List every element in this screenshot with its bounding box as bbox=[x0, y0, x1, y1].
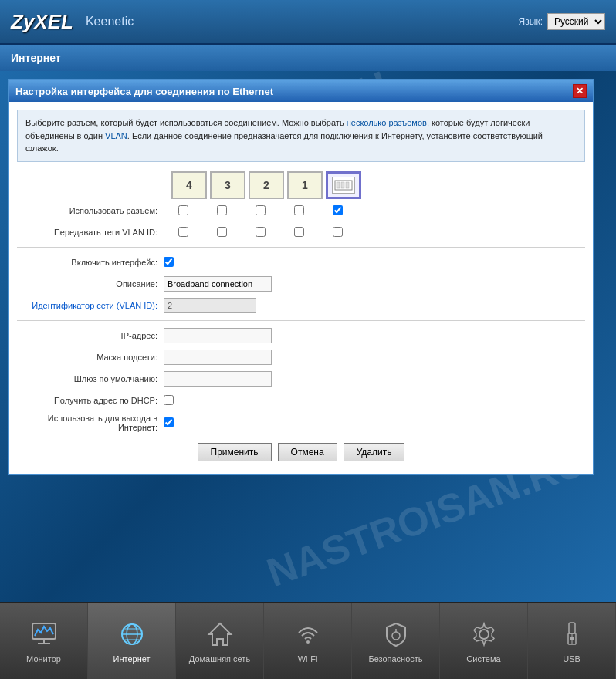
vlan-tag-3-cell bbox=[202, 227, 241, 237]
cancel-button[interactable]: Отмена bbox=[278, 443, 337, 461]
gear-icon bbox=[469, 619, 499, 650]
vlan-tag-1-cell bbox=[279, 227, 318, 237]
internet-label: Использовать для выхода в Интернет: bbox=[17, 414, 164, 432]
internet-checkbox[interactable] bbox=[164, 417, 174, 427]
button-row: Применить Отмена Удалить bbox=[17, 443, 585, 466]
port-diagram-row: 4 3 2 1 bbox=[17, 171, 585, 199]
port-4[interactable]: 4 bbox=[171, 171, 207, 199]
use-port-2-checkbox[interactable] bbox=[256, 205, 266, 215]
vlan-tag-4-checkbox[interactable] bbox=[178, 227, 188, 237]
page-title: Интернет bbox=[11, 52, 61, 64]
header: ZyXEL Keenetic Язык: Русский English bbox=[0, 0, 616, 45]
enable-iface-checkbox[interactable] bbox=[164, 257, 174, 267]
svg-rect-17 bbox=[569, 623, 575, 633]
vlan-tag-2-cell bbox=[241, 227, 279, 237]
logo-keenetic: Keenetic bbox=[86, 15, 134, 29]
use-port-label: Использовать разъем: bbox=[17, 206, 164, 215]
subnet-label: Маска подсети: bbox=[17, 353, 164, 362]
description-input[interactable] bbox=[164, 276, 272, 292]
description-row: Описание: bbox=[17, 275, 585, 292]
info-text: Выберите разъем, который будет использов… bbox=[25, 118, 543, 153]
vlan-tag-checkboxes bbox=[164, 227, 357, 237]
sidebar-item-usb[interactable]: USB bbox=[528, 603, 616, 679]
vlan-id-input[interactable] bbox=[164, 298, 256, 313]
home-icon bbox=[205, 619, 235, 650]
vlan-tag-1-checkbox[interactable] bbox=[294, 227, 304, 237]
use-port-row: Использовать разъем: bbox=[17, 202, 585, 219]
sub-header: Интернет bbox=[0, 45, 616, 71]
subnet-row: Маска подсети: bbox=[17, 349, 585, 366]
sidebar-item-system[interactable]: Система bbox=[440, 603, 528, 679]
home-net-label: Домашняя сеть bbox=[189, 654, 250, 664]
navbar: Монитор Интернет Домашняя сеть bbox=[0, 602, 616, 679]
use-port-1-checkbox[interactable] bbox=[294, 205, 304, 215]
gateway-input[interactable] bbox=[164, 371, 272, 387]
ip-label: IP-адрес: bbox=[17, 331, 164, 340]
apply-button[interactable]: Применить bbox=[198, 443, 272, 461]
gateway-label: Шлюз по умолчанию: bbox=[17, 374, 164, 383]
sidebar-item-internet[interactable]: Интернет bbox=[88, 603, 176, 679]
sidebar-item-home-net[interactable]: Домашняя сеть bbox=[176, 603, 264, 679]
vlan-tag-wan-checkbox[interactable] bbox=[333, 227, 343, 237]
use-port-4-cell bbox=[164, 205, 202, 215]
dhcp-row: Получить адрес по DHCP: bbox=[17, 392, 585, 409]
lang-label: Язык: bbox=[519, 16, 543, 27]
svg-rect-1 bbox=[337, 182, 340, 188]
port-3[interactable]: 3 bbox=[210, 171, 245, 199]
language-area: Язык: Русский English bbox=[519, 13, 605, 30]
svg-point-14 bbox=[392, 632, 400, 640]
enable-iface-row: Включить интерфейс: bbox=[17, 254, 585, 271]
svg-rect-3 bbox=[346, 182, 349, 188]
port-2[interactable]: 2 bbox=[249, 171, 284, 199]
use-port-4-checkbox[interactable] bbox=[178, 205, 188, 215]
internet-row: Использовать для выхода в Интернет: bbox=[17, 414, 585, 432]
use-port-1-cell bbox=[279, 205, 318, 215]
vlan-tag-label: Передавать теги VLAN ID: bbox=[17, 228, 164, 237]
monitor-label: Монитор bbox=[26, 654, 61, 664]
use-port-2-cell bbox=[241, 205, 279, 215]
vlan-tag-row: Передавать теги VLAN ID: bbox=[17, 224, 585, 241]
svg-rect-20 bbox=[570, 637, 574, 640]
port-1[interactable]: 1 bbox=[287, 171, 323, 199]
sidebar-item-monitor[interactable]: Монитор bbox=[0, 603, 88, 679]
globe-icon bbox=[117, 619, 147, 650]
divider-2 bbox=[17, 320, 585, 321]
delete-button[interactable]: Удалить bbox=[344, 443, 405, 461]
divider-1 bbox=[17, 247, 585, 248]
vlan-id-row: Идентификатор сети (VLAN ID): bbox=[17, 297, 585, 314]
subnet-input[interactable] bbox=[164, 350, 272, 365]
dhcp-label: Получить адрес по DHCP: bbox=[17, 396, 164, 405]
svg-point-16 bbox=[479, 630, 489, 639]
port-wan[interactable] bbox=[326, 171, 361, 199]
description-label: Описание: bbox=[17, 279, 164, 289]
use-port-wan-checkbox[interactable] bbox=[333, 205, 343, 215]
language-select[interactable]: Русский English bbox=[547, 13, 605, 30]
port-wan-inner bbox=[332, 177, 355, 194]
usb-label: USB bbox=[563, 654, 580, 664]
vlan-tag-3-checkbox[interactable] bbox=[217, 227, 227, 237]
ip-row: IP-адрес: bbox=[17, 327, 585, 344]
security-label: Безопасность bbox=[368, 654, 422, 664]
dialog-titlebar: Настройка интерфейса для соединения по E… bbox=[9, 80, 593, 102]
dialog-title: Настройка интерфейса для соединения по E… bbox=[15, 86, 273, 97]
monitor-icon bbox=[29, 619, 59, 650]
sidebar-item-security[interactable]: Безопасность bbox=[352, 603, 440, 679]
dhcp-checkbox[interactable] bbox=[164, 395, 174, 405]
ip-input[interactable] bbox=[164, 328, 272, 343]
vlan-tag-2-checkbox[interactable] bbox=[256, 227, 266, 237]
shield-icon bbox=[381, 619, 411, 650]
vlan-tag-wan-cell bbox=[318, 227, 357, 237]
usb-icon bbox=[557, 619, 587, 650]
svg-point-13 bbox=[306, 640, 310, 644]
gateway-row: Шлюз по умолчанию: bbox=[17, 370, 585, 387]
logo-zyxel: ZyXEL bbox=[11, 10, 73, 34]
use-port-3-checkbox[interactable] bbox=[217, 205, 227, 215]
dialog: Настройка интерфейса для соединения по E… bbox=[8, 79, 594, 475]
use-port-3-cell bbox=[202, 205, 241, 215]
svg-rect-2 bbox=[341, 182, 344, 188]
close-button[interactable]: ✕ bbox=[573, 84, 587, 98]
sidebar-item-wifi[interactable]: Wi-Fi bbox=[264, 603, 352, 679]
info-box: Выберите разъем, который будет использов… bbox=[17, 110, 585, 162]
wifi-icon bbox=[293, 619, 323, 650]
enable-iface-label: Включить интерфейс: bbox=[17, 258, 164, 267]
